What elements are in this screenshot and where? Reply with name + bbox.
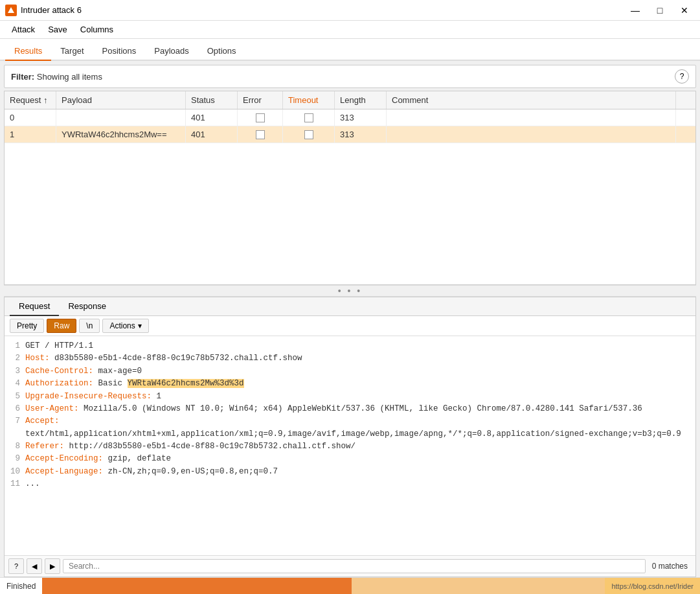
col-comment[interactable]: Comment — [387, 91, 676, 109]
search-prev-button[interactable]: ◀ — [27, 558, 42, 574]
cell-error-0 — [238, 109, 283, 126]
code-line-9: 9 Accept-Encoding: gzip, deflate — [10, 453, 690, 465]
cell-error-1 — [238, 126, 283, 143]
status-finished: Finished — [0, 582, 42, 591]
search-bar: ? ◀ ▶ 0 matches — [5, 555, 695, 577]
maximize-button[interactable]: □ — [649, 3, 670, 18]
matches-count: 0 matches — [648, 562, 692, 571]
cell-request-1: 1 — [5, 126, 56, 143]
col-extra — [676, 91, 695, 109]
filter-bar: Filter: Showing all items ? — [4, 65, 696, 88]
table-row[interactable]: 0 401 313 — [5, 109, 695, 126]
status-url: https://blog.csdn.net/Irider — [605, 578, 700, 594]
code-line-5: 5 Upgrade-Insecure-Requests: 1 — [10, 391, 690, 403]
app-icon — [5, 5, 17, 16]
menu-bar: Attack Save Columns — [0, 21, 700, 39]
raw-button[interactable]: Raw — [47, 319, 76, 333]
svg-marker-0 — [8, 7, 14, 13]
code-area: 1 GET / HTTP/1.1 2 Host: d83b5580-e5b1-4… — [5, 336, 695, 555]
menu-attack[interactable]: Attack — [5, 22, 41, 37]
code-line-1: 1 GET / HTTP/1.1 — [10, 340, 690, 352]
main-tab-bar: Results Target Positions Payloads Option… — [0, 39, 700, 61]
tab-results[interactable]: Results — [5, 42, 51, 61]
table-row[interactable]: 1 YWRtaW46c2hhcms2Mw== 401 313 — [5, 126, 695, 143]
minimize-button[interactable]: — — [625, 3, 646, 18]
code-line-6: 6 User-Agent: Mozilla/5.0 (Windows NT 10… — [10, 403, 690, 415]
code-line-7: 7 Accept: — [10, 415, 690, 428]
filter-value: Showing all items — [37, 72, 102, 82]
col-payload[interactable]: Payload — [56, 91, 186, 109]
cell-length-0: 313 — [335, 109, 387, 126]
cell-status-0: 401 — [186, 109, 238, 126]
cell-timeout-0 — [283, 109, 335, 126]
col-error[interactable]: Error — [238, 91, 283, 109]
cell-payload-1: YWRtaW46c2hhcms2Mw== — [56, 126, 186, 143]
title-bar: Intruder attack 6 — □ ✕ — [0, 0, 700, 21]
filter-label: Filter: — [11, 72, 37, 82]
bottom-panel: Request Response Pretty Raw \n Actions ▾… — [4, 297, 696, 577]
actions-button[interactable]: Actions ▾ — [102, 319, 148, 333]
newline-button[interactable]: \n — [79, 319, 100, 333]
status-progress-bar — [42, 578, 605, 594]
search-input[interactable] — [63, 559, 646, 573]
cell-extra-0 — [676, 109, 695, 126]
table-header: Request ↑ Payload Status Error Timeout L… — [5, 91, 695, 109]
col-timeout[interactable]: Timeout — [283, 91, 335, 109]
col-request[interactable]: Request ↑ — [5, 91, 56, 109]
menu-save[interactable]: Save — [41, 22, 74, 37]
tab-payloads[interactable]: Payloads — [145, 42, 198, 61]
actions-arrow: ▾ — [138, 321, 142, 330]
status-bar: Finished https://blog.csdn.net/Irider — [0, 577, 700, 594]
code-line-10: 10 Accept-Language: zh-CN,zh;q=0.9,en-US… — [10, 466, 690, 478]
help-search-button[interactable]: ? — [8, 558, 24, 574]
col-length[interactable]: Length — [335, 91, 387, 109]
code-line-11: 11 ... — [10, 478, 690, 490]
code-line-7b: text/html,application/xhtml+xml,applicat… — [10, 428, 690, 440]
filter-help-button[interactable]: ? — [675, 69, 689, 84]
table-body: 0 401 313 1 YWRtaW46c2hhcms2Mw== 401 313 — [5, 109, 695, 284]
cell-comment-1 — [387, 126, 676, 143]
panel-tab-bar: Request Response — [5, 297, 695, 316]
menu-columns[interactable]: Columns — [74, 22, 120, 37]
code-line-4: 4 Authorization: Basic YWRtaW46c2hhcms2M… — [10, 378, 690, 390]
panel-tab-request[interactable]: Request — [10, 297, 59, 316]
divider-dots: • • • — [338, 286, 362, 296]
pretty-button[interactable]: Pretty — [10, 319, 44, 333]
cell-extra-1 — [676, 126, 695, 143]
code-line-3: 3 Cache-Control: max-age=0 — [10, 365, 690, 378]
col-status[interactable]: Status — [186, 91, 238, 109]
panel-divider[interactable]: • • • — [4, 285, 696, 297]
cell-status-1: 401 — [186, 126, 238, 143]
tab-positions[interactable]: Positions — [93, 42, 146, 61]
cell-length-1: 313 — [335, 126, 387, 143]
cell-payload-0 — [56, 109, 186, 126]
code-line-2: 2 Host: d83b5580-e5b1-4cde-8f88-0c19c78b… — [10, 352, 690, 365]
panel-toolbar: Pretty Raw \n Actions ▾ — [5, 316, 695, 336]
results-table: Request ↑ Payload Status Error Timeout L… — [4, 91, 696, 285]
close-button[interactable]: ✕ — [674, 3, 695, 18]
actions-label: Actions — [109, 321, 135, 330]
window-controls: — □ ✕ — [625, 3, 695, 18]
cell-timeout-1 — [283, 126, 335, 143]
search-next-button[interactable]: ▶ — [45, 558, 60, 574]
window-title: Intruder attack 6 — [21, 5, 82, 15]
panel-tab-response[interactable]: Response — [59, 297, 115, 316]
tab-target[interactable]: Target — [51, 42, 93, 61]
filter-text: Filter: Showing all items — [11, 72, 102, 82]
cell-request-0: 0 — [5, 109, 56, 126]
code-line-8: 8 Referer: http://d83b5580-e5b1-4cde-8f8… — [10, 440, 690, 453]
cell-comment-0 — [387, 109, 676, 126]
tab-options[interactable]: Options — [198, 42, 245, 61]
